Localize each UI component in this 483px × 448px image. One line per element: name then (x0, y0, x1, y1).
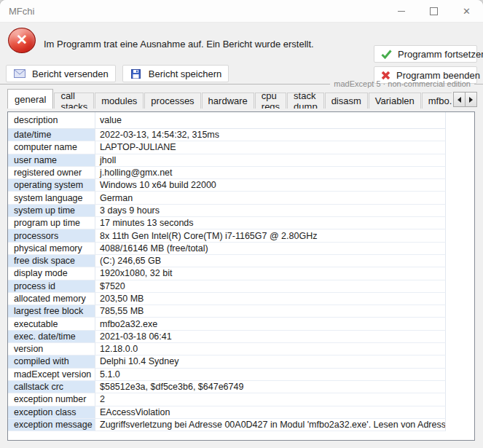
table-row[interactable]: exec. date/time2021-03-18 06:41 (8, 331, 474, 343)
table-row[interactable]: callstack crc$58512e3a, $df5ce3b6, $647e… (8, 381, 474, 393)
cross-icon (381, 71, 390, 80)
close-icon: ✕ (463, 7, 471, 16)
arrow-right-icon (469, 97, 473, 103)
tab-general[interactable]: general (7, 89, 53, 109)
tab-processes[interactable]: processes (144, 93, 200, 109)
continue-program-button[interactable]: Programm fortsetzen (374, 45, 477, 63)
row-filler (446, 192, 474, 204)
edition-label: madExcept 5 · non-commercial edition (330, 79, 474, 88)
value-cell: j.holling@gmx.net (95, 167, 446, 179)
tab-bar: generalcall stacksmodulesprocesseshardwa… (7, 89, 477, 109)
row-filler (446, 179, 474, 192)
description-cell: registered owner (8, 167, 95, 179)
value-cell: LAPTOP-JULIANE (95, 141, 446, 154)
row-filler (446, 167, 474, 179)
description-cell: date/time (8, 129, 95, 141)
description-cell: system up time (8, 205, 95, 217)
legend-rule-left (0, 84, 330, 85)
table-row[interactable]: system up time3 days 9 hours (8, 205, 474, 217)
value-cell: Delphi 10.4 Sydney (95, 355, 446, 368)
table-row[interactable]: display mode1920x1080, 32 bit (8, 267, 474, 280)
maximize-button[interactable] (417, 0, 450, 22)
tab-scroll-right-button[interactable] (466, 92, 477, 107)
tab-stack-dump[interactable]: stack dump (287, 93, 324, 109)
table-header-row: description value (8, 112, 474, 129)
table-row[interactable]: registered ownerj.holling@gmx.net (8, 167, 474, 179)
description-cell: operating system (8, 179, 95, 192)
window-controls: ✕ (385, 0, 483, 22)
table-row[interactable]: allocated memory203,50 MB (8, 293, 474, 305)
table-row[interactable]: version12.18.0.0 (8, 343, 474, 355)
tabs: generalcall stacksmodulesprocesseshardwa… (7, 89, 452, 109)
tab-scroll-buttons (453, 92, 477, 107)
value-cell: 1920x1080, 32 bit (95, 267, 446, 280)
table-row[interactable]: processors8x 11th Gen Intel(R) Core(TM) … (8, 229, 474, 242)
table-row[interactable]: physical memory4088/16146 MB (free/total… (8, 243, 474, 255)
row-filler (446, 355, 474, 368)
table-row[interactable]: user namejholl (8, 154, 474, 167)
description-cell: executable (8, 318, 95, 330)
minimize-button[interactable] (385, 0, 417, 22)
tab-modules[interactable]: modules (95, 93, 144, 109)
table-row[interactable]: process id$7520 (8, 280, 474, 293)
value-cell: 3 days 9 hours (95, 205, 446, 217)
value-cell: Windows 10 x64 build 22000 (95, 179, 446, 192)
arrow-left-icon (458, 97, 461, 103)
description-cell: exec. date/time (8, 331, 95, 343)
row-filler (446, 381, 474, 393)
row-filler (446, 229, 474, 242)
tab-call-stacks[interactable]: call stacks (54, 93, 94, 109)
value-cell: 8x 11th Gen Intel(R) Core(TM) i7-1165G7 … (95, 229, 446, 242)
minimize-icon (398, 11, 405, 12)
table-row[interactable]: operating systemWindows 10 x64 build 220… (8, 179, 474, 192)
value-cell: Zugriffsverletzung bei Adresse 00A0D427 … (95, 419, 446, 431)
description-cell: physical memory (8, 243, 95, 255)
tab-scroll-left-button[interactable] (453, 92, 466, 107)
bug-report-table: description value date/time2022-03-13, 1… (7, 111, 475, 441)
program-buttons: Programm fortsetzen Programm beenden (374, 45, 477, 84)
table-row[interactable]: system languageGerman (8, 192, 474, 204)
tab-cpu-regs[interactable]: cpu regs (255, 93, 286, 109)
check-icon (381, 50, 392, 59)
row-filler (446, 419, 474, 431)
table-row[interactable]: free disk space(C:) 246,65 GB (8, 255, 474, 267)
tab-hardware[interactable]: hardware (202, 93, 254, 109)
value-cell: (C:) 246,65 GB (95, 255, 446, 267)
window-title: MFchi (9, 6, 34, 17)
table-row[interactable]: largest free block785,55 MB (8, 305, 474, 318)
maximize-icon (430, 7, 438, 15)
row-filler (446, 243, 474, 255)
tab-disasm[interactable]: disasm (325, 93, 368, 109)
description-cell: madExcept version (8, 369, 95, 381)
description-cell: largest free block (8, 305, 95, 318)
table-row[interactable]: exception messageZugriffsverletzung bei … (8, 419, 474, 431)
table-row[interactable]: exception number2 (8, 393, 474, 406)
description-cell: compiled with (8, 355, 95, 368)
tab-mfbo-ini[interactable]: mfbo.ini (422, 93, 452, 109)
row-filler (446, 267, 474, 280)
value-cell: mfbo2a32.exe (95, 318, 446, 330)
value-cell: 2022-03-13, 14:54:32, 315ms (95, 129, 446, 141)
table-row[interactable]: executablemfbo2a32.exe (8, 318, 474, 330)
row-filler (446, 343, 474, 355)
table-row[interactable]: exception classEAccessViolation (8, 406, 474, 419)
exception-message-text: Im Programm trat eine Ausnahme auf. Ein … (44, 39, 314, 50)
row-filler (446, 406, 474, 419)
close-button[interactable]: ✕ (450, 0, 483, 22)
legend-rule-right (474, 84, 483, 85)
table-row[interactable]: computer nameLAPTOP-JULIANE (8, 141, 474, 154)
tab-variablen[interactable]: Variablen (369, 93, 421, 109)
table-row[interactable]: program up time17 minutes 13 seconds (8, 217, 474, 229)
value-cell: 785,55 MB (95, 305, 446, 318)
table-row[interactable]: madExcept version5.1.0 (8, 369, 474, 381)
table-row[interactable]: compiled withDelphi 10.4 Sydney (8, 355, 474, 368)
exception-banner: ✕ Im Programm trat eine Ausnahme auf. Ei… (0, 23, 483, 85)
value-cell: $58512e3a, $df5ce3b6, $647e6749 (95, 381, 446, 393)
row-filler (446, 331, 474, 343)
value-cell: jholl (95, 154, 446, 167)
description-cell: exception class (8, 406, 95, 419)
value-column-header: value (95, 112, 446, 129)
description-cell: callstack crc (8, 381, 95, 393)
table-row[interactable]: date/time2022-03-13, 14:54:32, 315ms (8, 129, 474, 141)
value-cell: 2 (95, 393, 446, 406)
